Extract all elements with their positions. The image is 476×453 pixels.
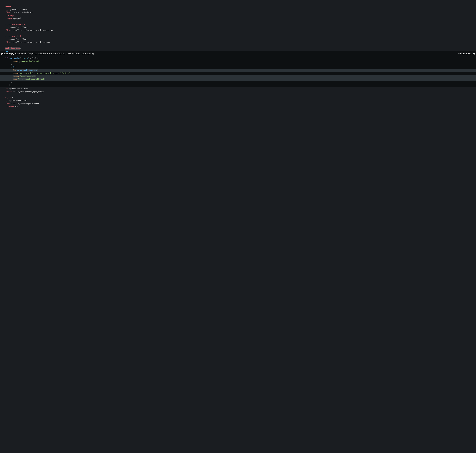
code-editor[interactable]: shuttles: type: pandas.ExcelDataset file… xyxy=(0,0,476,112)
peek-file-path: ~/dev/kedro/tmp/spaceflights/src/spacefl… xyxy=(15,52,94,55)
yaml-key: load_args xyxy=(6,14,14,16)
yaml-line[interactable]: type: pandas.ExcelDataset xyxy=(0,8,476,11)
yaml-line[interactable]: filepath: data/03_primary/model_input_ta… xyxy=(0,90,476,93)
yaml-key: filepath xyxy=(6,91,12,93)
yaml-value: data/06_models/regressor.pickle xyxy=(13,102,39,105)
py-line-highlighted[interactable]: func=create_model_input_table, xyxy=(0,69,476,72)
yaml-key: preprocessed_shuttles xyxy=(5,35,22,37)
py-line[interactable]: inputs=["preprocessed_shuttles", "prepro… xyxy=(0,72,476,75)
py-string: "model_input_table" xyxy=(20,75,36,77)
yaml-value: pandas.ParquetDataset xyxy=(10,38,28,40)
yaml-line[interactable]: type: pickle.PickleDataset xyxy=(0,99,476,102)
yaml-key: regressor xyxy=(5,97,12,99)
yaml-line[interactable]: type: pandas.ParquetDataset xyxy=(0,26,476,29)
yaml-value: data/02_intermediate/preprocessed_shuttl… xyxy=(13,41,50,43)
py-call: node xyxy=(11,66,15,68)
peek-references-count[interactable]: References (5) xyxy=(458,52,475,55)
py-kwarg: name xyxy=(13,78,17,80)
py-string: "preprocess_shuttles_node" xyxy=(18,60,40,62)
py-string: "reviews" xyxy=(62,72,70,74)
peek-body[interactable]: def create_pipeline(**kwargs) -> Pipelin… xyxy=(0,56,476,87)
yaml-key-highlighted: model_input_table xyxy=(5,47,20,49)
py-close-bracket: ] xyxy=(9,84,10,86)
yaml-line[interactable]: type: pandas.ParquetDataset xyxy=(0,87,476,90)
yaml-key: filepath xyxy=(6,29,12,31)
yaml-key: type xyxy=(6,8,9,10)
py-eq: = xyxy=(17,78,18,80)
yaml-key: filepath xyxy=(6,11,12,13)
py-line[interactable]: ), xyxy=(0,63,476,66)
blank-line xyxy=(0,93,476,96)
py-close: ), xyxy=(11,81,12,83)
py-line[interactable]: ] xyxy=(0,84,476,87)
yaml-key: type xyxy=(6,26,9,28)
py-kwarg: inputs xyxy=(13,72,18,74)
py-line-highlighted[interactable]: name="create_model_input_table_node", xyxy=(0,78,476,81)
py-function-name: create_pipeline xyxy=(8,57,20,59)
yaml-key: type xyxy=(6,38,9,40)
py-keyword: def xyxy=(5,57,7,59)
py-close: ), xyxy=(11,63,12,65)
yaml-key: preprocessed_companies xyxy=(5,23,25,25)
yaml-value: data/03_primary/model_input_table.pq xyxy=(13,91,44,93)
blank-line xyxy=(0,32,476,35)
yaml-line[interactable]: filepath: data/06_models/regressor.pickl… xyxy=(0,102,476,105)
yaml-line[interactable]: filepath: data/02_intermediate/preproces… xyxy=(0,29,476,32)
yaml-key: filepath xyxy=(6,102,12,105)
blank-line xyxy=(0,20,476,23)
yaml-line[interactable]: type: pandas.ParquetDataset xyxy=(0,38,476,41)
yaml-line[interactable]: preprocessed_companies: xyxy=(0,23,476,26)
yaml-value: pandas.ParquetDataset xyxy=(10,26,28,28)
yaml-value: pandas.ExcelDataset xyxy=(10,8,27,10)
py-line[interactable]: node( xyxy=(0,66,476,69)
py-string: "preprocessed_companies" xyxy=(40,72,61,74)
yaml-value: true xyxy=(15,106,18,108)
py-kwarg: outputs xyxy=(13,75,19,77)
py-identifier: create_model_input_table xyxy=(17,69,38,71)
py-star: ** xyxy=(21,57,23,59)
yaml-line[interactable]: filepath: data/02_intermediate/preproces… xyxy=(0,41,476,44)
yaml-line-selected[interactable]: model_input_table: xyxy=(0,47,476,50)
yaml-value: openpyxl xyxy=(13,17,21,19)
yaml-line[interactable]: preprocessed_shuttles: xyxy=(0,35,476,38)
peek-sep: - xyxy=(94,52,95,55)
py-line[interactable]: name="preprocess_shuttles_node", xyxy=(0,60,476,63)
yaml-line[interactable]: shuttles: xyxy=(0,5,476,8)
peek-file-name: pipeline.py xyxy=(1,52,14,55)
py-arrow: -> xyxy=(29,57,31,59)
yaml-key: type xyxy=(6,99,9,102)
yaml-line[interactable]: filepath: data/01_raw/shuttles.xlsx xyxy=(0,11,476,14)
py-kwarg: func xyxy=(13,69,16,71)
yaml-value: data/01_raw/shuttles.xlsx xyxy=(13,11,33,13)
py-eq: = xyxy=(18,72,19,74)
peek-header[interactable]: pipeline.py ~/dev/kedro/tmp/spaceflights… xyxy=(0,51,476,56)
py-string: "preprocessed_shuttles" xyxy=(20,72,38,74)
yaml-line[interactable]: load_args: xyxy=(0,14,476,17)
py-line[interactable]: def create_pipeline(**kwargs) -> Pipelin… xyxy=(0,57,476,60)
py-param: kwargs xyxy=(23,57,28,59)
triangle-up-icon xyxy=(6,51,8,52)
yaml-line[interactable]: versioned: true xyxy=(0,105,476,108)
yaml-value: pickle.PickleDataset xyxy=(10,99,27,102)
py-return-type: Pipeline xyxy=(32,57,38,59)
yaml-key: filepath xyxy=(6,41,12,43)
yaml-value: pandas.ParquetDataset xyxy=(10,88,28,90)
yaml-key: shuttles xyxy=(5,5,11,7)
yaml-line[interactable]: regressor: xyxy=(0,96,476,99)
py-eq: = xyxy=(16,69,17,71)
py-eq: = xyxy=(19,75,20,77)
blank-line xyxy=(0,44,476,47)
yaml-key: versioned xyxy=(6,106,14,108)
yaml-key: engine xyxy=(7,17,12,19)
py-eq: = xyxy=(17,60,18,62)
py-kwarg: name xyxy=(13,60,17,62)
yaml-key: type xyxy=(6,88,9,90)
py-line[interactable]: ), xyxy=(0,81,476,84)
py-string: "create_model_input_table_node" xyxy=(18,78,45,80)
py-line-highlighted[interactable]: outputs="model_input_table", xyxy=(0,75,476,78)
yaml-line[interactable]: engine: openpyxl xyxy=(0,17,476,20)
py-open-paren: ( xyxy=(15,66,15,68)
yaml-value: data/02_intermediate/preprocessed_compan… xyxy=(13,29,53,31)
peek-pointer xyxy=(0,50,476,51)
